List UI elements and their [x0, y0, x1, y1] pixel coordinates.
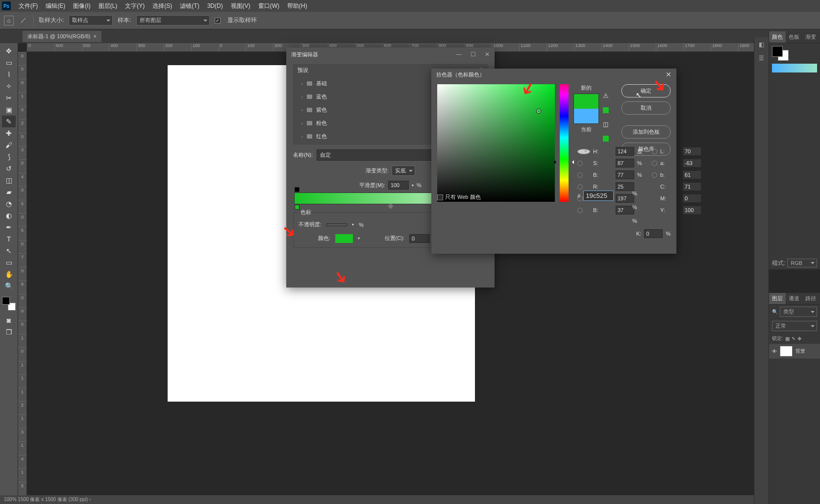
opacity-stop[interactable]: [295, 187, 299, 192]
menu-item[interactable]: 文件(F): [15, 0, 42, 12]
radio-h[interactable]: [577, 149, 590, 154]
radio-b[interactable]: [577, 172, 583, 178]
blur-tool-icon[interactable]: ◔: [2, 198, 16, 210]
tab-layers[interactable]: 图层: [769, 293, 786, 304]
menu-item[interactable]: 编辑(E): [42, 0, 69, 12]
path-select-icon[interactable]: ↖: [2, 245, 16, 257]
gradient-tool-icon[interactable]: ▰: [2, 186, 16, 198]
m-input[interactable]: [683, 194, 701, 203]
marquee-tool-icon[interactable]: ▭: [2, 57, 16, 69]
b2-input[interactable]: [616, 206, 634, 215]
history-brush-icon[interactable]: ↺: [2, 163, 16, 174]
lock-pixels-icon[interactable]: ▦: [785, 336, 790, 341]
cancel-button[interactable]: 取消: [621, 101, 671, 115]
lasso-tool-icon[interactable]: ⌇: [2, 69, 16, 80]
tab-channels[interactable]: 通道: [786, 293, 802, 304]
radio-s[interactable]: [577, 161, 583, 166]
layer-row[interactable]: 👁 背景: [769, 344, 820, 359]
tool-preset-icon[interactable]: ／: [19, 16, 28, 25]
gamut-warning-icon[interactable]: ⚠: [603, 92, 609, 99]
menu-item[interactable]: 帮助(H): [283, 0, 311, 12]
properties-panel-icon[interactable]: ☰: [759, 55, 764, 62]
move-tool-icon[interactable]: ✥: [2, 45, 16, 57]
radio-lab-b[interactable]: [652, 172, 657, 178]
crop-tool-icon[interactable]: ✂: [2, 92, 16, 104]
cube-icon[interactable]: ◫: [603, 121, 609, 128]
hex-input[interactable]: [583, 191, 614, 201]
a-input[interactable]: [683, 159, 701, 168]
quickmask-icon[interactable]: ◙: [2, 314, 16, 326]
close-icon[interactable]: ✕: [485, 51, 490, 58]
hand-tool-icon[interactable]: ✋: [2, 268, 16, 280]
sample-size-select[interactable]: 取样点: [69, 15, 113, 25]
position2-input[interactable]: 0: [409, 234, 430, 243]
h-input[interactable]: [616, 147, 634, 156]
k-input[interactable]: [644, 229, 663, 238]
visibility-icon[interactable]: 👁: [772, 349, 777, 354]
search-icon[interactable]: 🔍: [772, 309, 778, 314]
radio-r[interactable]: [577, 184, 583, 190]
r-input[interactable]: [616, 182, 634, 191]
c-input[interactable]: [683, 182, 701, 191]
tab-gradients[interactable]: 渐变: [802, 31, 819, 43]
tab-swatches[interactable]: 色板: [786, 31, 802, 43]
tab-paths[interactable]: 路径: [802, 293, 819, 304]
saturation-value-field[interactable]: [437, 84, 555, 202]
layer-filter[interactable]: 类型: [780, 307, 817, 317]
brush-tool-icon[interactable]: 🖌: [2, 139, 16, 151]
menu-item[interactable]: 视图(V): [227, 0, 254, 12]
close-icon[interactable]: ×: [94, 33, 97, 39]
eyedropper-tool-icon[interactable]: ✎: [2, 116, 16, 127]
menu-item[interactable]: 滤镜(T): [176, 0, 203, 12]
stamp-tool-icon[interactable]: ⟆: [2, 151, 16, 163]
document-tab[interactable]: 未标题-1 @ 100%(RGB/8) ×: [23, 31, 101, 42]
minimize-icon[interactable]: —: [456, 51, 462, 58]
ok-button[interactable]: 确定: [621, 84, 671, 97]
shape-tool-icon[interactable]: ▭: [2, 257, 16, 268]
websafe-swatch[interactable]: [603, 136, 609, 142]
frame-tool-icon[interactable]: ▣: [2, 104, 16, 116]
hue-strip[interactable]: [772, 64, 817, 72]
pen-tool-icon[interactable]: ✒: [2, 221, 16, 233]
gamut-swatch[interactable]: [603, 107, 609, 113]
tab-color[interactable]: 颜色: [769, 31, 786, 43]
dodge-tool-icon[interactable]: ◐: [2, 210, 16, 221]
type-tool-icon[interactable]: T: [2, 233, 16, 245]
mode-select[interactable]: RGB: [787, 259, 817, 267]
labb-input[interactable]: [683, 170, 701, 179]
add-swatch-button[interactable]: 添加到色板: [621, 125, 671, 139]
lock-brush-icon[interactable]: ✎: [792, 336, 795, 341]
s-input[interactable]: [616, 159, 634, 168]
gradient-type-select[interactable]: 实底: [392, 166, 415, 176]
menu-item[interactable]: 图像(I): [69, 0, 94, 12]
wand-tool-icon[interactable]: ✧: [2, 80, 16, 92]
radio-l[interactable]: [652, 149, 657, 154]
maximize-icon[interactable]: ☐: [471, 51, 476, 58]
y-input[interactable]: [683, 206, 701, 215]
midpoint-handle[interactable]: [388, 203, 393, 209]
color-stop[interactable]: [295, 205, 299, 210]
foreground-background-swatch[interactable]: [2, 297, 16, 311]
menu-item[interactable]: 窗口(W): [254, 0, 283, 12]
g-input[interactable]: [616, 194, 634, 203]
show-ring-checkbox[interactable]: [215, 18, 221, 24]
hue-slider[interactable]: [560, 84, 569, 202]
zoom-tool-icon[interactable]: 🔍: [2, 280, 16, 292]
heal-tool-icon[interactable]: ✚: [2, 127, 16, 139]
l-input[interactable]: [683, 147, 701, 156]
web-only-checkbox[interactable]: [437, 194, 443, 200]
blend-mode-select[interactable]: 正常: [772, 321, 817, 331]
menu-item[interactable]: 图层(L): [95, 0, 122, 12]
sample-select[interactable]: 所有图层: [136, 15, 210, 25]
radio-a[interactable]: [652, 161, 657, 166]
bval-input[interactable]: [616, 170, 634, 179]
close-icon[interactable]: ✕: [666, 71, 671, 78]
screenmode-icon[interactable]: ❐: [2, 326, 16, 338]
eraser-tool-icon[interactable]: ◫: [2, 174, 16, 186]
radio-b2[interactable]: [577, 208, 583, 213]
menu-item[interactable]: 文字(Y): [121, 0, 149, 12]
history-panel-icon[interactable]: ◧: [759, 41, 764, 48]
lock-move-icon[interactable]: ✥: [797, 336, 801, 341]
menu-item[interactable]: 选择(S): [149, 0, 176, 12]
stop-color-swatch[interactable]: [335, 234, 353, 243]
